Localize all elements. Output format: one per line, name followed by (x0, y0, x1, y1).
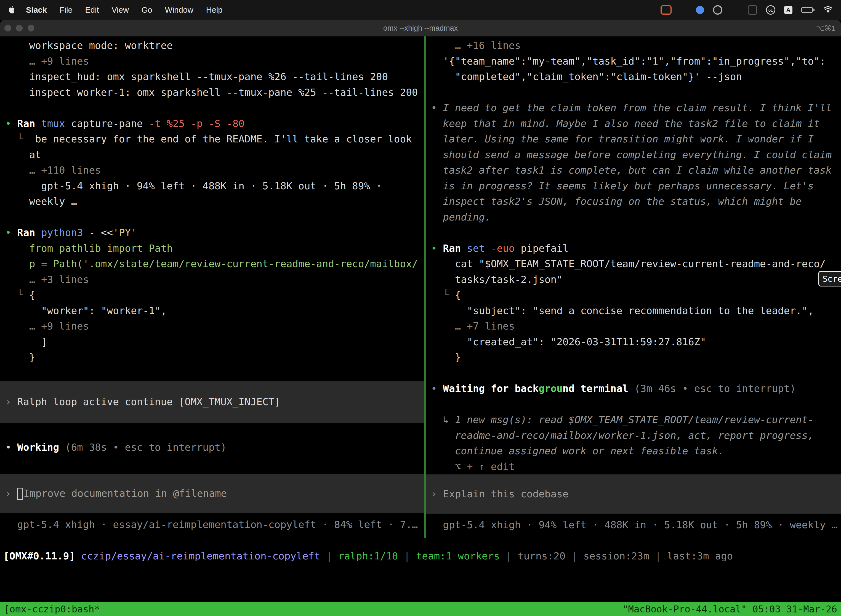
terminal-line: weekly … (5, 194, 424, 210)
text-segment: … +110 lines (5, 164, 101, 176)
input-source-icon[interactable]: A (784, 6, 793, 14)
text-segment: { (455, 289, 461, 301)
terminal-line: gpt-5.4 xhigh · 94% left · 488K in · 5.1… (431, 517, 841, 533)
terminal-line: ] (5, 334, 424, 350)
text-segment: • (431, 383, 443, 394)
text-segment: 1 new msg(s): read $OMX_TEAM_STATE_ROOT/… (455, 414, 814, 425)
text-segment: nd terminal (563, 383, 628, 394)
terminal-pane-right[interactable]: … +16 lines '{"team_name":"my-team","tas… (426, 37, 841, 538)
ring-app-icon[interactable] (713, 5, 722, 15)
menu-edit[interactable]: Edit (85, 6, 99, 15)
text-segment: pending. (431, 211, 491, 223)
terminal-line: … +16 lines (431, 38, 841, 54)
terminal-line (431, 85, 841, 100)
text-segment: "subject": "send a concise recommendatio… (431, 305, 814, 316)
text-segment: › (5, 486, 17, 502)
text-segment: • (431, 243, 443, 254)
dots-grid-icon[interactable] (731, 8, 739, 12)
terminal-line: … +7 lines (431, 318, 841, 334)
terminal-line (431, 365, 841, 381)
text-segment: } (5, 352, 35, 363)
text-segment: └ (431, 289, 455, 301)
terminal-pane-left[interactable]: workspace_mode: worktree … +9 lines insp… (0, 37, 424, 538)
terminal-line: keep that in mind. Maybe I also need the… (431, 116, 841, 132)
menu-view[interactable]: View (112, 6, 129, 15)
terminal-line: at (5, 147, 424, 163)
text-segment: | (320, 550, 338, 562)
text-segment: | (649, 550, 667, 562)
terminal-line: task2 after task1 is complete, but can I… (431, 163, 841, 178)
text-segment: | (398, 550, 416, 562)
text-segment: last:3m ago (667, 550, 733, 562)
text-segment: ⌥ + ↑ edit (431, 461, 514, 472)
text-segment: … +9 lines (5, 320, 89, 332)
app-grid-icon[interactable] (680, 7, 687, 13)
text-segment: from pathlib import Path (5, 243, 173, 254)
active-app-name[interactable]: Slack (26, 6, 47, 15)
spacer (5, 455, 424, 474)
minimize-button[interactable] (16, 25, 23, 31)
apple-menu-icon[interactable] (8, 6, 15, 14)
menu-window[interactable]: Window (165, 6, 193, 15)
text-segment: keep that in mind. Maybe I also need the… (431, 118, 820, 129)
text-segment: workspace_mode: worktree (5, 40, 173, 51)
text-segment: (3m 46s • esc to interrupt) (628, 383, 796, 394)
text-segment: › (5, 394, 17, 410)
text-segment: -euo (491, 243, 521, 254)
text-segment: Ralph loop active continue [OMX_TMUX_INJ… (17, 394, 280, 410)
terminal-line: "subject": "send a concise recommendatio… (431, 303, 841, 319)
prompt-line: › Ralph loop active continue [OMX_TMUX_I… (0, 381, 424, 423)
text-segment: Ran (17, 227, 41, 238)
text-segment: "completed","claim_token":"claim-token"}… (431, 71, 742, 82)
terminal-line: gpt-5.4 xhigh · essay/ai-reimplementatio… (5, 517, 424, 532)
text-segment: gpt-5.4 xhigh · essay/ai-reimplementatio… (5, 519, 418, 530)
text-segment: ] (5, 336, 47, 348)
text-segment: Working (17, 441, 59, 453)
text-segment: • (5, 118, 17, 129)
popup-text: Scre (822, 274, 841, 284)
text-segment: turns:20 (518, 550, 566, 562)
text-segment: … +7 lines (431, 320, 514, 332)
terminal-line: … +110 lines (5, 163, 424, 178)
text-segment: should send a message before completing … (431, 149, 832, 160)
terminal-line: • Working (6m 38s • esc to interrupt) (5, 440, 424, 455)
terminal-line: • Ran python3 - <<'PY' (5, 225, 424, 241)
screen-notification-popup[interactable]: Scre (818, 271, 841, 286)
terminal-window: omx --xhigh --madmax ⌥⌘1 workspace_mode:… (0, 20, 841, 616)
text-segment: Explain this codebase (443, 486, 568, 502)
menu-file[interactable]: File (60, 6, 73, 15)
blue-app-icon[interactable] (696, 6, 704, 14)
text-segment: gpt-5.4 xhigh · 94% left · 488K in · 5.1… (5, 180, 382, 192)
terminal-line: "worker": "worker-1", (5, 303, 424, 319)
terminal-line: readme-and-reco/mailbox/worker-1.json, a… (431, 428, 841, 443)
omx-status-line: [OMX#0.11.9] cczip/essay/ai-reimplementa… (3, 548, 841, 564)
text-segment: "worker": "worker-1", (5, 305, 167, 316)
menu-help[interactable]: Help (206, 6, 223, 15)
text-segment: "created_at": "2026-03-31T11:59:27.816Z" (431, 336, 706, 348)
text-segment: readme-and-reco/mailbox/worker-1.json, a… (431, 430, 814, 441)
terminal-line (5, 100, 424, 116)
text-cursor (17, 488, 23, 500)
text-segment: weekly … (5, 196, 77, 207)
screen-recording-icon[interactable] (661, 5, 672, 15)
window-shortcut-hint: ⌥⌘1 (816, 24, 835, 32)
battery-percent-icon[interactable]: 61 (766, 5, 775, 15)
terminal-line: } (5, 350, 424, 365)
window-title-bar[interactable]: omx --xhigh --madmax ⌥⌘1 (0, 20, 841, 37)
battery-icon[interactable] (801, 7, 815, 13)
blue-dot (696, 6, 704, 14)
text-segment: set (467, 243, 491, 254)
terminal-line: └ { (431, 287, 841, 303)
menu-go[interactable]: Go (142, 6, 152, 15)
text-segment: gpt-5.4 xhigh · 94% left · 488K in · 5.1… (431, 519, 838, 531)
close-button[interactable] (4, 25, 11, 31)
wifi-glyph (823, 6, 833, 13)
wifi-icon[interactable] (823, 6, 833, 13)
ghost-app-icon[interactable] (748, 5, 757, 15)
zoom-button[interactable] (28, 25, 34, 31)
text-segment: -t %25 -p -S -80 (149, 118, 245, 129)
terminal-content: workspace_mode: worktree … +9 lines insp… (0, 37, 841, 616)
text-segment: Ran (17, 118, 41, 129)
terminal-line: … +3 lines (5, 272, 424, 287)
text-segment: … +16 lines (431, 40, 521, 51)
